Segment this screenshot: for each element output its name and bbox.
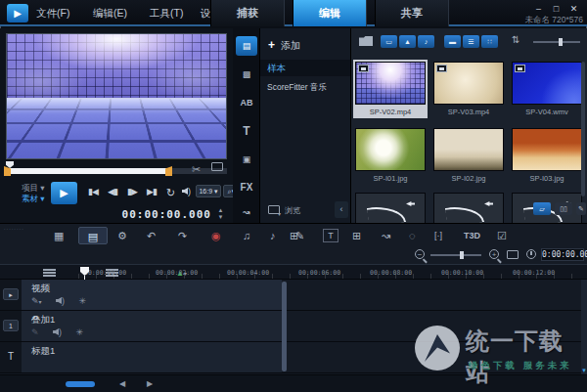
close-button[interactable]: ✕: [566, 3, 581, 15]
title-3d-button[interactable]: T3D: [464, 227, 480, 244]
trim-bar[interactable]: [10, 168, 166, 174]
end-button[interactable]: ▶▮: [147, 187, 157, 196]
nav-instant-project-icon[interactable]: ▩: [236, 65, 257, 84]
media-item[interactable]: SP-I03.jpg: [510, 128, 584, 183]
trim-end-handle[interactable]: [165, 166, 172, 176]
mute-track-icon[interactable]: ): [53, 327, 62, 337]
project-mode-label[interactable]: 项目 ▾: [22, 183, 45, 193]
thumbnail-size-slider[interactable]: [533, 41, 580, 43]
import-media-icon[interactable]: [359, 36, 373, 46]
track-filter-icon[interactable]: ✳: [79, 296, 87, 306]
scroll-right-icon[interactable]: ▶: [147, 379, 153, 388]
menu-tools[interactable]: 工具(T): [150, 7, 183, 21]
prev-frame-button[interactable]: ◀▮: [108, 187, 117, 196]
tab-edit[interactable]: 编辑: [293, 0, 367, 26]
options-panel-button[interactable]: ▯▯: [555, 202, 572, 215]
video-track-row[interactable]: ▸ 视频 ✎▾ ) ✳: [0, 280, 587, 311]
browse-label[interactable]: 浏览: [285, 205, 300, 216]
title-track-icon[interactable]: T: [3, 351, 19, 363]
trim-start-handle[interactable]: [4, 166, 11, 176]
zoom-in-icon[interactable]: +: [489, 249, 499, 259]
redo-button[interactable]: ↷: [178, 227, 187, 244]
folder-item-scorefitter[interactable]: ScoreFitter 音乐: [260, 79, 350, 96]
video-thumbnail[interactable]: [512, 62, 582, 105]
thumbnail-view-button[interactable]: ∷: [481, 35, 498, 48]
video-thumbnail[interactable]: [433, 62, 504, 105]
timeline-view-button[interactable]: ▤: [78, 227, 108, 244]
media-item[interactable]: SP-V04.wmv: [510, 62, 584, 116]
nav-graphic-icon[interactable]: ▣: [236, 150, 257, 169]
menu-file[interactable]: 文件(F): [36, 7, 69, 21]
split-clip-icon[interactable]: ✂: [192, 163, 201, 176]
enlarge-preview-icon[interactable]: [211, 162, 223, 171]
auto-music-button[interactable]: ♪: [270, 227, 276, 244]
multicam-editor-button[interactable]: ⊞: [352, 227, 361, 244]
preview-timecode[interactable]: 00:00:00.000: [122, 208, 211, 221]
scroll-down-icon[interactable]: ▼: [581, 368, 587, 373]
subtitle-editor-button[interactable]: T: [323, 229, 339, 242]
media-item[interactable]: SP-I01.jpg: [353, 128, 428, 183]
track-panel-divider[interactable]: [282, 282, 287, 371]
mute-track-icon[interactable]: ): [56, 296, 65, 306]
image-thumbnail[interactable]: [355, 128, 426, 171]
menu-edit[interactable]: 编辑(E): [93, 7, 127, 21]
browse-icon[interactable]: [268, 205, 280, 214]
fit-project-icon[interactable]: [507, 250, 519, 259]
batch-tool-button[interactable]: ☑: [497, 227, 507, 244]
zoom-out-icon[interactable]: −: [415, 249, 425, 259]
media-item[interactable]: SP-I02.jpg: [431, 128, 506, 183]
video-thumbnail[interactable]: [355, 62, 426, 105]
record-capture-button[interactable]: ◉: [211, 227, 221, 244]
timeline-timecode[interactable]: 0:00:00.000: [541, 248, 584, 261]
nav-title-icon[interactable]: T: [236, 121, 257, 141]
timeline-zoom-slider[interactable]: [430, 254, 481, 256]
tracks-vertical-scrollbar[interactable]: ▼: [581, 280, 587, 374]
overlay-track-row[interactable]: 1 叠加1 ✎ ) ✳: [0, 311, 587, 342]
settings-tool-button[interactable]: ⚙: [117, 227, 127, 244]
filter-audio-button[interactable]: ♪: [418, 35, 434, 48]
slider-thumb[interactable]: [460, 251, 464, 259]
splitter-dots[interactable]: ⋅⋅⋅⋅⋅⋅⋅⋅: [4, 226, 24, 232]
repeat-button[interactable]: ↻: [166, 187, 175, 199]
filter-photo-button[interactable]: ▲: [399, 35, 416, 48]
media-item[interactable]: SP-V03.mp4: [431, 62, 506, 116]
sort-button[interactable]: ⇅: [512, 34, 519, 45]
video-track-header[interactable]: 视频 ✎▾ ) ✳: [22, 280, 282, 310]
nav-transition-icon[interactable]: AB: [236, 93, 257, 112]
mask-creator-button[interactable]: ◌: [409, 227, 416, 244]
play-button[interactable]: ▶: [51, 182, 77, 204]
media-item[interactable]: SP-V02.mp4: [353, 60, 428, 118]
maximize-button[interactable]: □: [549, 3, 564, 15]
folder-item-sample[interactable]: 样本: [260, 60, 350, 76]
minimize-button[interactable]: –: [531, 3, 546, 15]
overlay-track-header[interactable]: 叠加1 ✎ ) ✳: [22, 311, 282, 341]
undo-button[interactable]: ↶: [147, 227, 156, 244]
timecode-spinner[interactable]: ▲▼: [216, 207, 225, 221]
multicam-editor-button[interactable]: ⊞: [290, 227, 298, 244]
nav-path-icon[interactable]: ↝: [236, 202, 257, 222]
hide-titles-button[interactable]: ▬: [444, 35, 461, 48]
overlay-track-icon[interactable]: 1: [3, 320, 19, 331]
tab-share[interactable]: 共享: [375, 0, 449, 26]
nav-filter-icon[interactable]: FX: [236, 178, 257, 197]
volume-button[interactable]: ): [182, 187, 191, 196]
timeline-ruler[interactable]: ▲▾ 00:00:00:00 00:00:02:00 00:00:04:00 0…: [0, 264, 587, 280]
ripple-edit-icon[interactable]: ✎: [31, 327, 39, 337]
nav-media-icon[interactable]: ▤: [236, 36, 257, 56]
scroll-left-icon[interactable]: ◀: [119, 379, 125, 388]
video-track-icon[interactable]: ▸: [3, 288, 19, 300]
track-filter-icon[interactable]: ✳: [76, 327, 84, 337]
title-track-header[interactable]: 标题1: [22, 342, 282, 372]
ripple-edit-icon[interactable]: ✎▾: [31, 296, 42, 306]
edit-pencil-button[interactable]: ✎: [576, 202, 586, 215]
filter-video-button[interactable]: ▭: [381, 35, 397, 48]
slider-thumb[interactable]: [559, 38, 563, 46]
next-frame-button[interactable]: ▮▶: [127, 187, 137, 196]
home-button[interactable]: ▮◀: [88, 187, 98, 196]
tab-capture[interactable]: 捕获: [210, 0, 285, 26]
add-folder-button[interactable]: +添加: [268, 38, 300, 53]
duration-clock-icon[interactable]: [526, 249, 536, 259]
track-manager-icon[interactable]: [43, 268, 56, 278]
media-scrollbar[interactable]: [581, 62, 585, 196]
library-view-button[interactable]: ▱: [533, 202, 551, 215]
